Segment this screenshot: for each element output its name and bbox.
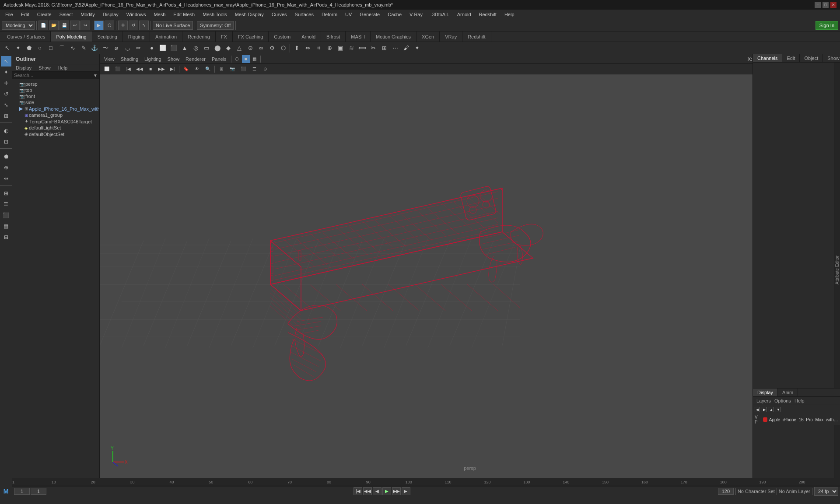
object-tab[interactable]: Object bbox=[800, 54, 823, 62]
new-file-btn[interactable]: 📄 bbox=[38, 21, 48, 30]
plane-icon[interactable]: ▭ bbox=[201, 43, 212, 53]
layers-btn[interactable]: Layers bbox=[755, 398, 773, 404]
outliner-item-objectset[interactable]: ◈ defaultObjectSet bbox=[12, 131, 99, 137]
soft-select-btn[interactable]: ◐ bbox=[1, 126, 11, 136]
transform-tool-btn[interactable]: ⊞ bbox=[1, 111, 11, 121]
select-btn[interactable]: ▶ bbox=[94, 21, 104, 30]
vp-solid-btn[interactable]: ■ bbox=[242, 55, 250, 63]
gear-icon[interactable]: ⚙ bbox=[267, 43, 277, 53]
menu-item-redshift[interactable]: Redshift bbox=[476, 11, 500, 18]
outliner-item-persp[interactable]: 📷 persp bbox=[12, 81, 99, 87]
cut-icon[interactable]: ✂ bbox=[368, 43, 378, 53]
arc-icon[interactable]: ◡ bbox=[122, 43, 133, 53]
fill-icon[interactable]: ▣ bbox=[335, 43, 346, 53]
platonic-icon[interactable]: ⬡ bbox=[278, 43, 288, 53]
grid-layout-btn[interactable]: ⊟ bbox=[1, 232, 11, 242]
rotate-tool-btn[interactable]: ↺ bbox=[1, 89, 11, 99]
outliner-item-top[interactable]: 📷 top bbox=[12, 87, 99, 93]
cam-end-btn[interactable]: ▶| bbox=[167, 64, 178, 74]
menu-item-arnold[interactable]: Arnold bbox=[454, 11, 475, 18]
prism-icon[interactable]: ◆ bbox=[223, 43, 234, 53]
vp-texture-btn[interactable]: ▦ bbox=[251, 55, 259, 63]
tab-poly-modeling[interactable]: Poly Modeling bbox=[51, 32, 92, 42]
menu-item-help[interactable]: Help bbox=[501, 11, 518, 18]
render-region-btn[interactable]: ⬛ bbox=[1, 210, 11, 220]
pyramid-icon[interactable]: △ bbox=[234, 43, 245, 53]
menu-item-surfaces[interactable]: Surfaces bbox=[291, 11, 317, 18]
tab-rendering[interactable]: Rendering bbox=[182, 32, 216, 42]
paint2-icon[interactable]: 🖌 bbox=[401, 43, 411, 53]
smooth-icon[interactable]: ≋ bbox=[346, 43, 357, 53]
tab-motion-graphics[interactable]: Motion Graphics bbox=[371, 32, 416, 42]
end-frame-input[interactable] bbox=[718, 488, 734, 495]
append-poly-btn[interactable]: ⊕ bbox=[1, 162, 11, 173]
bridge-poly-btn[interactable]: ⇔ bbox=[1, 173, 11, 184]
workspace-select[interactable]: Modeling bbox=[2, 21, 35, 30]
menu-item-select[interactable]: Select bbox=[56, 11, 77, 18]
cam-stop-btn[interactable]: ■ bbox=[145, 64, 156, 74]
resolution-btn[interactable]: ⬛ bbox=[238, 64, 248, 74]
helix2-icon[interactable]: ∞ bbox=[256, 43, 266, 53]
menu-item-v-ray[interactable]: V-Ray bbox=[406, 11, 426, 18]
append-icon[interactable]: ⊞ bbox=[379, 43, 389, 53]
menu-item-file[interactable]: File bbox=[2, 11, 17, 18]
cone-icon[interactable]: ▲ bbox=[179, 43, 190, 53]
start-frame-input[interactable] bbox=[14, 488, 30, 495]
options-btn[interactable]: Options bbox=[773, 398, 793, 404]
current-frame-input[interactable] bbox=[31, 488, 46, 495]
cam-back-btn[interactable]: |◀ bbox=[123, 64, 134, 74]
isolate-btn[interactable]: ⊙ bbox=[260, 64, 270, 74]
pen-icon[interactable]: ✎ bbox=[78, 43, 89, 53]
scale-btn[interactable]: ⤡ bbox=[139, 21, 149, 30]
tab-sculpting[interactable]: Sculpting bbox=[92, 32, 123, 42]
channels-tab[interactable]: Channels bbox=[753, 54, 782, 62]
tab-animation[interactable]: Animation bbox=[150, 32, 182, 42]
bezier-icon[interactable]: ∿ bbox=[67, 43, 78, 53]
disk-icon[interactable]: ⬤ bbox=[212, 43, 223, 53]
crease-icon[interactable]: ⋯ bbox=[390, 43, 400, 53]
vp-wireframe-btn[interactable]: ⬡ bbox=[233, 55, 241, 63]
help-right-btn[interactable]: Help bbox=[793, 398, 806, 404]
torus-icon[interactable]: ◎ bbox=[190, 43, 201, 53]
display-bottom-tab[interactable]: Display bbox=[753, 388, 778, 396]
prev-frame-btn[interactable]: ◀ bbox=[373, 487, 382, 495]
create-poly-btn[interactable]: ⬟ bbox=[1, 151, 11, 162]
zoom-btn[interactable]: 🔍 bbox=[203, 64, 213, 74]
menu-item-uv[interactable]: UV bbox=[342, 11, 355, 18]
outliner-item-lightset[interactable]: ◈ defaultLightSet bbox=[12, 125, 99, 131]
menu-item-mesh-display[interactable]: Mesh Display bbox=[231, 11, 267, 18]
skip-start-btn[interactable]: |◀ bbox=[354, 487, 362, 495]
display-layout-btn[interactable]: ⊞ bbox=[1, 188, 11, 199]
lasso-tool[interactable]: ⬟ bbox=[24, 43, 34, 53]
tab-fx[interactable]: FX bbox=[216, 32, 233, 42]
anchor-icon[interactable]: ⚓ bbox=[89, 43, 100, 53]
menu-item-create[interactable]: Create bbox=[34, 11, 55, 18]
renderer-menu[interactable]: Renderer bbox=[183, 56, 208, 63]
menu-item-cache[interactable]: Cache bbox=[384, 11, 405, 18]
sphere-icon[interactable]: ● bbox=[147, 43, 157, 53]
shading-menu[interactable]: Shading bbox=[118, 56, 141, 63]
tab-custom[interactable]: Custom bbox=[269, 32, 296, 42]
timeline-layout-btn[interactable]: ▤ bbox=[1, 221, 11, 231]
outliner-search-input[interactable] bbox=[14, 73, 93, 78]
tab-fx-caching[interactable]: FX Caching bbox=[233, 32, 269, 42]
viewport-canvas[interactable]: persp X Y Z bbox=[100, 74, 840, 478]
merge-icon[interactable]: ⊕ bbox=[324, 43, 335, 53]
bridge-icon[interactable]: ⇔ bbox=[302, 43, 313, 53]
extrude-icon[interactable]: ⬆ bbox=[291, 43, 302, 53]
scale-tool-btn[interactable]: ⤡ bbox=[1, 100, 11, 110]
frame-select-btn[interactable]: ⬛ bbox=[112, 64, 123, 74]
camera-gate-btn[interactable]: 📷 bbox=[227, 64, 238, 74]
undo-btn[interactable]: ↩ bbox=[70, 21, 80, 30]
tab-redshift[interactable]: Redshift bbox=[462, 32, 491, 42]
view-menu[interactable]: View bbox=[102, 56, 117, 63]
menu-item-windows[interactable]: Windows bbox=[123, 11, 150, 18]
tab-rigging[interactable]: Rigging bbox=[123, 32, 150, 42]
step-back-btn[interactable]: ◀◀ bbox=[363, 487, 372, 495]
menu-item-modify[interactable]: Modify bbox=[77, 11, 98, 18]
tab-vray[interactable]: VRay bbox=[440, 32, 462, 42]
eye-btn[interactable]: 👁 bbox=[192, 64, 202, 74]
next-channel-btn[interactable]: ▶ bbox=[762, 407, 767, 412]
circle-icon[interactable]: ○ bbox=[35, 43, 45, 53]
grid-btn[interactable]: ⊞ bbox=[216, 64, 227, 74]
